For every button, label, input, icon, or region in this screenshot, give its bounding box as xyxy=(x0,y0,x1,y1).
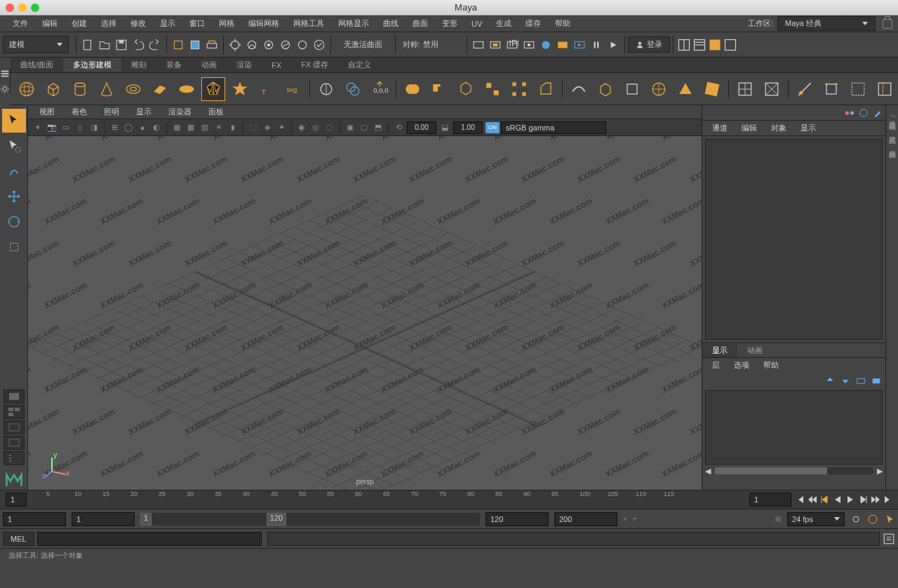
retopo-icon[interactable] xyxy=(647,77,671,101)
image-plane-icon[interactable]: ▭ xyxy=(60,121,72,134)
menu-deform[interactable]: 变形 xyxy=(435,17,464,30)
viewport[interactable]: XXMac.comXXMac.comXXMac.comXXMac.comXXMa… xyxy=(28,136,702,490)
resolution-icon[interactable]: ▢ xyxy=(358,121,370,134)
render-region-icon[interactable] xyxy=(488,37,503,53)
layout-1-icon[interactable] xyxy=(677,38,691,52)
bookmark-icon[interactable]: 📷 xyxy=(46,121,58,134)
fps-dropdown[interactable]: 24 fps xyxy=(787,512,845,526)
render-frame-icon[interactable] xyxy=(471,37,486,53)
snap-live-icon[interactable] xyxy=(295,37,310,53)
timeline-current-field[interactable]: 1 xyxy=(6,493,27,507)
goto-end-icon[interactable] xyxy=(883,494,894,505)
paint-select-tool[interactable] xyxy=(2,159,26,183)
view-transform-dropdown[interactable]: sRGB gamma xyxy=(501,121,606,134)
poly-star-icon[interactable] xyxy=(228,77,252,101)
panel-menu-shading[interactable]: 着色 xyxy=(63,106,95,118)
menu-mesh[interactable]: 网格 xyxy=(212,17,241,30)
goto-start-icon[interactable] xyxy=(794,494,805,505)
poly-plane-icon[interactable] xyxy=(148,77,172,101)
rotate-tool[interactable] xyxy=(2,210,26,234)
safe-icon[interactable]: ⬒ xyxy=(372,121,384,134)
panel-menu-panels[interactable]: 面板 xyxy=(200,106,232,118)
triangulate-icon[interactable] xyxy=(674,77,697,101)
range-handle-end[interactable]: 120 xyxy=(267,513,286,526)
channel-menu-object[interactable]: 对象 xyxy=(764,121,793,135)
motion-blur-icon[interactable]: ◎ xyxy=(309,121,322,134)
sel-hierarchy-icon[interactable] xyxy=(204,37,220,53)
poly-disc-icon[interactable] xyxy=(175,77,199,101)
panel-menu-renderer[interactable]: 渲染器 xyxy=(160,106,200,118)
playblast-icon[interactable] xyxy=(572,37,587,53)
range-playstart-field[interactable]: 1 xyxy=(72,512,135,526)
type-tool-icon[interactable]: T xyxy=(255,77,279,101)
cmd-language-label[interactable]: MEL xyxy=(3,532,34,546)
menuset-dropdown[interactable]: 建模 xyxy=(3,36,69,53)
layout-3-icon[interactable] xyxy=(708,38,722,52)
layer-new-selected-icon[interactable] xyxy=(871,375,881,385)
login-button[interactable]: 登录 xyxy=(628,36,670,53)
range-end-field[interactable]: 200 xyxy=(554,512,617,526)
menu-generate[interactable]: 生成 xyxy=(489,17,518,30)
layer-moveup-icon[interactable] xyxy=(825,375,835,385)
bool-difference-icon[interactable] xyxy=(427,77,451,101)
time-slider-track[interactable]: 5101520253035404550556065707580859095100… xyxy=(32,490,744,509)
exposure-field[interactable]: 0.00 xyxy=(407,121,436,134)
layout-2-icon[interactable] xyxy=(692,38,706,52)
step-forward-icon[interactable] xyxy=(857,494,869,505)
vtab-attribute[interactable]: 属性工具栏 xyxy=(887,126,898,137)
isolate-icon[interactable]: ⬚ xyxy=(247,121,260,134)
layer-menu-layers[interactable]: 层 xyxy=(705,359,727,372)
layout-persp-icon[interactable] xyxy=(4,436,25,450)
shaded-icon[interactable]: ▩ xyxy=(185,121,197,134)
scale-tool[interactable] xyxy=(2,235,26,259)
menu-windows[interactable]: 窗口 xyxy=(182,17,212,30)
shade-wireframe-icon[interactable]: ◯ xyxy=(122,121,135,134)
menu-uv[interactable]: UV xyxy=(464,18,489,29)
shelf-menu-icon[interactable] xyxy=(0,69,10,79)
close-icon[interactable] xyxy=(6,4,14,12)
poly-cylinder-icon[interactable] xyxy=(68,77,92,101)
prefs-icon[interactable] xyxy=(884,514,895,525)
loop-icon[interactable] xyxy=(850,514,862,525)
layout-four-icon[interactable] xyxy=(4,405,25,419)
shade-smooth-icon[interactable]: ● xyxy=(136,121,149,134)
layer-scrollbar[interactable]: ◀ ▶ xyxy=(702,466,885,476)
step-back-icon[interactable] xyxy=(819,494,831,505)
channel-menu-channels[interactable]: 通道 xyxy=(705,121,735,135)
wireframe-icon[interactable]: ▦ xyxy=(170,121,183,134)
target-weld-icon[interactable] xyxy=(819,77,843,101)
menu-select[interactable]: 选择 xyxy=(94,17,123,30)
select-tool[interactable] xyxy=(2,109,26,133)
play-icon[interactable] xyxy=(605,37,621,53)
camera-select-icon[interactable]: ▾ xyxy=(32,121,44,134)
uv-editor-icon[interactable] xyxy=(733,77,757,101)
layer-menu-options[interactable]: 选项 xyxy=(727,359,756,372)
menu-surfaces[interactable]: 曲面 xyxy=(406,17,435,30)
sculpt-icon[interactable] xyxy=(620,77,644,101)
menu-cache[interactable]: 缓存 xyxy=(518,17,548,30)
shelf-tab-custom[interactable]: 自定义 xyxy=(338,58,381,72)
maximize-icon[interactable] xyxy=(31,4,39,12)
poly-cube-icon[interactable] xyxy=(41,77,65,101)
panel-menu-show[interactable]: 显示 xyxy=(128,106,160,118)
light-icon[interactable]: ☀ xyxy=(213,121,225,134)
subdiv-icon[interactable] xyxy=(594,77,617,101)
shelf-tab-rendering[interactable]: 渲染 xyxy=(227,58,262,72)
shelf-tab-sculpt[interactable]: 雕刻 xyxy=(121,58,156,72)
play-forward-icon[interactable] xyxy=(845,494,856,505)
poly-cone-icon[interactable] xyxy=(95,77,119,101)
step-forward-key-icon[interactable] xyxy=(870,494,881,505)
render-globals-icon[interactable] xyxy=(555,37,570,53)
bevel-icon[interactable] xyxy=(534,77,558,101)
bool-union-icon[interactable] xyxy=(401,77,424,101)
ipr-icon[interactable]: IPR xyxy=(504,37,520,53)
save-icon[interactable] xyxy=(114,37,129,53)
hypershade-icon[interactable] xyxy=(538,37,554,53)
bool-intersect-icon[interactable] xyxy=(454,77,478,101)
gamma-field[interactable]: 1.00 xyxy=(453,121,483,134)
layer-movedown-icon[interactable] xyxy=(840,375,850,385)
to-origin-icon[interactable]: 0,0,0 xyxy=(368,77,391,101)
textured-icon[interactable]: ▧ xyxy=(199,121,211,134)
grid-icon[interactable]: ⊞ xyxy=(108,121,121,134)
layer-list[interactable] xyxy=(705,390,883,465)
